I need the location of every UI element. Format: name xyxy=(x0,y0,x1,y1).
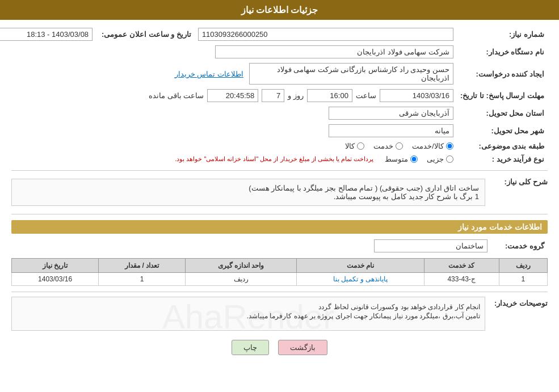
col-tedad: تعداد / مقدار xyxy=(99,259,186,273)
grooh-value: ساختمان xyxy=(11,237,491,255)
radio-kala-label: کالا xyxy=(345,142,355,150)
baqi-input: 20:45:58 xyxy=(207,89,258,102)
ostan-input: آذربایجان شرقی xyxy=(329,107,453,120)
row-grooh: گروه خدمت: ساختمان xyxy=(11,237,548,255)
cell-radif: 1 xyxy=(499,273,547,286)
radio-kala-khadamat[interactable]: کالا/خدمت xyxy=(412,142,453,150)
radio-kala[interactable]: کالا xyxy=(345,142,364,150)
tosif-label: توصیحات خریدار: xyxy=(491,297,548,307)
cell-tedad: 1 xyxy=(99,273,186,286)
roz-input: 7 xyxy=(262,89,284,102)
roz-label: روز و xyxy=(288,91,304,100)
radio-khadamat-label: خدمت xyxy=(373,142,393,150)
ijad-input: حسن وحیدی راد کارشناس بازرگانی شرکت سهام… xyxy=(249,63,453,85)
radio-motevaset-label: متوسط xyxy=(385,155,408,163)
saat-label: ساعت xyxy=(356,91,376,100)
grooh-input: ساختمان xyxy=(374,239,487,252)
radio-khadamat-input[interactable] xyxy=(396,142,403,150)
sharh-label: شرح کلی نیاز: xyxy=(491,175,548,186)
ostan-value: آذربایجان شرقی xyxy=(0,104,457,122)
cell-kod: ج-43-433 xyxy=(424,273,499,286)
main-info-table: شماره نیاز: 1103093266000250 تاریخ و ساع… xyxy=(0,26,548,166)
services-header-row: ردیف کد خدمت نام خدمت واحد اندازه گیری ت… xyxy=(12,259,548,273)
services-section-title: اطلاعات خدمات مورد نیاز xyxy=(11,220,548,234)
baqi-label: ساعت باقی مانده xyxy=(149,91,204,100)
ijad-label: ایجاد کننده درخواست: xyxy=(457,61,548,87)
row-dastgah: نام دستگاه خریدار: شرکت سهامی فولاد اذرب… xyxy=(0,43,548,61)
grooh-label: گروه خدمت: xyxy=(491,237,548,255)
public-date-input: 1403/03/08 - 18:13 xyxy=(0,28,93,41)
row-shahr: شهر محل تحویل: میانه xyxy=(0,122,548,140)
col-vahed: واحد اندازه گیری xyxy=(186,259,297,273)
tarikh-row: 1403/03/16 ساعت 16:00 روز و 7 20:45:58 س… xyxy=(0,89,453,102)
services-tbody: 1 ج-43-433 پایانذهی و تکمیل بنا ردیف 1 1… xyxy=(12,273,548,286)
radio-motevaset-input[interactable] xyxy=(410,155,418,163)
tosif-content: انجام کار قراردادی خواهد بود وکسورات قان… xyxy=(11,297,485,331)
radio-motevaset[interactable]: متوسط xyxy=(385,155,418,163)
sharh-content: ساخت اتاق اداری (جنب حقوقی) ( تمام مصالح… xyxy=(11,179,485,206)
contact-link[interactable]: اطلاعات تماس خریدار xyxy=(175,70,243,78)
sharh-text1: ساخت اتاق اداری (جنب حقوقی) ( تمام مصالح… xyxy=(18,184,479,192)
content-area: شماره نیاز: 1103093266000250 تاریخ و ساع… xyxy=(0,20,559,366)
page-wrapper: جزئیات اطلاعات نیاز شماره نیاز: 11030932… xyxy=(0,0,559,392)
tosif-section: توصیحات خریدار: انجام کار قراردادی خواهد… xyxy=(11,297,548,331)
shahr-value: میانه xyxy=(0,122,457,140)
tarikh-input: 1403/03/16 xyxy=(380,89,453,102)
radio-kala-khadamat-input[interactable] xyxy=(446,142,453,150)
row-farayand: نوع فرآیند خرید : جزیی متوسط xyxy=(0,153,548,166)
esnad-text: پرداخت تمام یا بخشی از مبلغ خریدار از مح… xyxy=(175,155,373,163)
radio-kala-input[interactable] xyxy=(357,142,364,150)
row-ijad: ایجاد کننده درخواست: حسن وحیدی راد کارشن… xyxy=(0,61,548,87)
tabaqe-value: کالا/خدمت خدمت کالا xyxy=(0,140,457,153)
table-row: 1 ج-43-433 پایانذهی و تکمیل بنا ردیف 1 1… xyxy=(12,273,548,286)
dastgah-input: شرکت سهامی فولاد اذربایجان xyxy=(215,45,453,58)
cell-name: پایانذهی و تکمیل بنا xyxy=(297,273,424,286)
farayand-value: جزیی متوسط پرداخت تمام یا بخشی از مبلغ خ… xyxy=(0,153,457,166)
cell-vahed: ردیف xyxy=(186,273,297,286)
ostan-label: استان محل تحویل: xyxy=(457,104,548,122)
shahr-label: شهر محل تحویل: xyxy=(457,122,548,140)
dastgah-value: شرکت سهامی فولاد اذربایجان xyxy=(0,43,457,61)
row-tabaqe: طبقه بندی موضوعی: کالا/خدمت خدمت xyxy=(0,140,548,153)
shomara-label: شماره نیاز: xyxy=(457,26,548,43)
farayand-radio-group: جزیی متوسط xyxy=(385,155,453,163)
shahr-input: میانه xyxy=(329,124,453,137)
col-kod: کد خدمت xyxy=(424,259,499,273)
tabaqe-label: طبقه بندی موضوعی: xyxy=(457,140,548,153)
mohlat-value: 1403/03/16 ساعت 16:00 روز و 7 20:45:58 س… xyxy=(0,87,457,104)
divider-2 xyxy=(11,214,548,214)
mohlat-label: مهلت ارسال پاسخ: تا تاریخ: xyxy=(457,87,548,104)
shomara-input: 1103093266000250 xyxy=(198,28,453,41)
radio-khadamat[interactable]: خدمت xyxy=(373,142,403,150)
sharh-text2: 1 برگ با شرح کار جدید کامل به پیوست میبا… xyxy=(18,192,479,201)
farayand-label: نوع فرآیند خرید : xyxy=(457,153,548,166)
radio-jozyi-label: جزیی xyxy=(427,155,444,163)
divider-3 xyxy=(11,292,548,292)
saat-input: 16:00 xyxy=(307,89,352,102)
row-ostan: استان محل تحویل: آذربایجان شرقی xyxy=(0,104,548,122)
services-thead: ردیف کد خدمت نام خدمت واحد اندازه گیری ت… xyxy=(12,259,548,273)
grooh-table: گروه خدمت: ساختمان xyxy=(11,237,548,255)
radio-jozyi[interactable]: جزیی xyxy=(427,155,453,163)
radio-kala-khadamat-label: کالا/خدمت xyxy=(412,142,444,150)
col-name: نام خدمت xyxy=(297,259,424,273)
tosif-text2: تامین آب،برق ،میلگرد مورد نیاز پیمانکار … xyxy=(16,312,480,320)
cell-tarikh: 1403/03/16 xyxy=(12,273,99,286)
print-button[interactable]: چاپ xyxy=(232,340,269,355)
tosif-text1: انجام کار قراردادی خواهد بود وکسورات قان… xyxy=(16,303,480,311)
public-date-value: 1403/03/08 - 18:13 xyxy=(0,26,96,43)
shomara-value: 1103093266000250 xyxy=(195,26,457,43)
back-button[interactable]: بازگشت xyxy=(278,340,327,355)
radio-jozyi-input[interactable] xyxy=(446,155,453,163)
row-mohlat: مهلت ارسال پاسخ: تا تاریخ: 1403/03/16 سا… xyxy=(0,87,548,104)
dastgah-label: نام دستگاه خریدار: xyxy=(457,43,548,61)
row-shomara: شماره نیاز: 1103093266000250 تاریخ و ساع… xyxy=(0,26,548,43)
public-date-label: تاریخ و ساعت اعلان عمومی: xyxy=(96,26,195,43)
page-header: جزئیات اطلاعات نیاز xyxy=(0,0,559,20)
tabaqe-radio-group: کالا/خدمت خدمت کالا xyxy=(0,142,453,150)
services-table: ردیف کد خدمت نام خدمت واحد اندازه گیری ت… xyxy=(11,258,548,286)
btn-row: بازگشت چاپ xyxy=(11,340,548,355)
page-title: جزئیات اطلاعات نیاز xyxy=(241,5,318,15)
divider-1 xyxy=(11,170,548,171)
col-radif: ردیف xyxy=(499,259,547,273)
